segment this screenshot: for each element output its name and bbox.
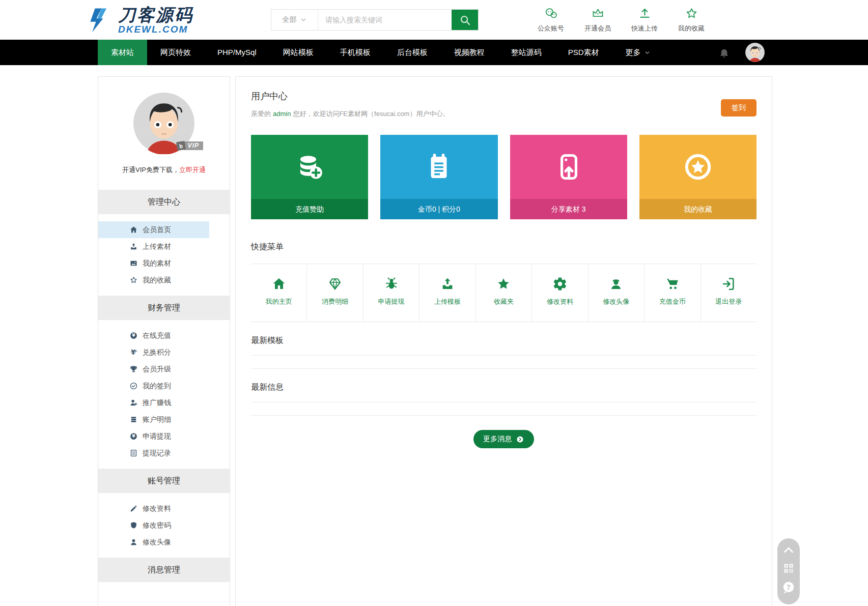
diamond-icon	[327, 276, 343, 292]
cart-icon	[665, 276, 680, 292]
empty-list-row	[251, 402, 757, 415]
quick-my-homepage[interactable]: 我的主页	[251, 264, 306, 322]
upload-icon	[440, 276, 455, 292]
avatar-edit-icon	[608, 276, 624, 292]
qr-code-icon	[782, 562, 795, 574]
sidebar-item-my-materials[interactable]: 我的素材	[98, 255, 209, 272]
quick-change-avatar[interactable]: 修改头像	[588, 264, 644, 322]
chevron-up-icon	[782, 543, 795, 557]
quick-menu-title: 快捷菜单	[251, 242, 757, 252]
nav-item-more[interactable]: 更多	[612, 40, 664, 65]
sidebar-item-change-password[interactable]: 修改密码	[98, 517, 209, 534]
sidebar-item-withdraw-request[interactable]: 申请提现	[98, 428, 209, 445]
sidebar-list: 在线充值 兑换积分 会员升级 我的签到 推广赚钱 账户明细 申请提现	[98, 320, 230, 469]
quick-edit-profile[interactable]: 修改资料	[531, 264, 587, 322]
wechat-icon	[544, 7, 558, 20]
quick-upload-template[interactable]: 上传模板	[419, 264, 475, 322]
gear-icon	[552, 276, 568, 292]
content-area: b VIP 开通VIP免费下载，立即开通 管理中心 会员首页 上传素材 我的素材	[98, 76, 772, 606]
nav-item-psd-materials[interactable]: PSD素材	[555, 40, 612, 65]
tile-label: 金币0 | 积分0	[418, 205, 460, 213]
document-icon	[129, 449, 138, 457]
search-box: 全部	[271, 9, 479, 31]
header-link-label: 快速上传	[631, 24, 658, 33]
sidebar-item-account-details[interactable]: 账户明细	[98, 411, 209, 428]
sidebar-item-member-upgrade[interactable]: 会员升级	[98, 361, 209, 378]
logo-mark-icon	[86, 6, 114, 34]
vip-promo-text: 开通VIP免费下载，立即开通	[122, 165, 206, 175]
yen-circle-icon	[129, 331, 138, 340]
header-link-quick-upload[interactable]: 快速上传	[629, 7, 660, 33]
qr-code-button[interactable]	[781, 562, 796, 574]
quick-recharge-coins[interactable]: 充值金币	[644, 264, 700, 322]
help-button[interactable]	[781, 580, 796, 595]
checkin-button[interactable]: 签到	[721, 99, 757, 117]
nav-item-php-mysql[interactable]: PHP/MySql	[204, 40, 270, 65]
sidebar-section-management: 管理中心	[98, 190, 230, 214]
nav-item-web-effects[interactable]: 网页特效	[147, 40, 204, 65]
share-icon	[553, 151, 584, 183]
tile-recharge-sponsor[interactable]: 充值赞助	[251, 135, 368, 219]
tile-shared-materials[interactable]: 分享素材 3	[510, 135, 627, 219]
search-input[interactable]	[318, 10, 452, 30]
nav-item-video-tutorials[interactable]: 视频教程	[441, 40, 498, 65]
tile-my-favorites[interactable]: 我的收藏	[639, 135, 757, 219]
sidebar-item-change-avatar[interactable]: 修改头像	[98, 534, 209, 551]
shield-icon	[129, 521, 138, 530]
nav-item-full-site-source[interactable]: 整站源码	[498, 40, 555, 65]
logo-domain: DKEWL.COM	[118, 24, 193, 34]
user-avatar[interactable]: b VIP	[133, 92, 195, 154]
latest-templates-title: 最新模板	[251, 335, 757, 346]
sidebar-item-withdraw-records[interactable]: 提现记录	[98, 445, 209, 461]
latest-templates-section: 最新模板	[251, 335, 757, 369]
stack-icon	[129, 415, 138, 424]
chevron-down-icon	[644, 49, 651, 56]
quick-spending-details[interactable]: 消费明细	[306, 264, 362, 322]
vip-open-link[interactable]: 立即开通	[179, 166, 206, 174]
site-logo[interactable]: 刀客源码 DKEWL.COM	[86, 6, 193, 34]
check-circle-icon	[129, 382, 138, 390]
trophy-icon	[129, 365, 138, 373]
sidebar-item-my-checkin[interactable]: 我的签到	[98, 378, 209, 394]
sidebar-item-upload-material[interactable]: 上传素材	[98, 238, 209, 255]
sidebar-item-edit-profile[interactable]: 修改资料	[98, 500, 209, 517]
tile-label: 充值赞助	[295, 205, 324, 213]
nav-item-material-site[interactable]: 素材站	[98, 40, 147, 65]
sidebar-item-my-favorites[interactable]: 我的收藏	[98, 272, 209, 288]
divider	[251, 415, 757, 416]
tile-coins-points[interactable]: 金币0 | 积分0	[380, 135, 497, 219]
sidebar-section-messages: 消息管理	[98, 558, 230, 582]
sidebar-item-member-home[interactable]: 会员首页	[98, 221, 209, 238]
pencil-icon	[129, 504, 138, 513]
header-link-my-favorites[interactable]: 我的收藏	[676, 7, 707, 33]
search-button[interactable]	[452, 10, 478, 30]
upload-icon	[129, 242, 138, 251]
back-to-top-button[interactable]	[781, 543, 796, 557]
header-link-public-account[interactable]: 公众账号	[535, 7, 567, 33]
sidebar-item-online-recharge[interactable]: 在线充值	[98, 327, 209, 344]
quick-logout[interactable]: 退出登录	[701, 264, 757, 322]
nav-item-backend-templates[interactable]: 后台模板	[384, 40, 441, 65]
latest-news-section: 最新信息	[251, 382, 757, 416]
more-messages-button[interactable]: 更多消息	[473, 430, 534, 448]
nav-item-mobile-templates[interactable]: 手机模板	[327, 40, 384, 65]
sidebar-item-exchange-points[interactable]: 兑换积分	[98, 344, 209, 361]
empty-list-row	[251, 356, 757, 368]
logo-title: 刀客源码	[118, 6, 193, 23]
floating-widget	[777, 538, 800, 604]
notification-bell-icon[interactable]	[718, 47, 730, 59]
tile-label: 分享素材 3	[551, 205, 586, 213]
yen-exchange-icon	[129, 348, 138, 357]
chevron-down-icon	[300, 16, 307, 23]
nav-right	[718, 40, 765, 65]
search-category-select[interactable]: 全部	[271, 10, 318, 30]
sidebar-item-referral-earn[interactable]: 推广赚钱	[98, 394, 209, 411]
nav-user-avatar[interactable]	[745, 43, 765, 62]
nav-item-website-templates[interactable]: 网站模板	[270, 40, 327, 65]
search-icon	[459, 14, 471, 26]
quick-favorites[interactable]: 收藏夹	[475, 264, 531, 322]
header-link-open-vip[interactable]: 开通会员	[582, 7, 613, 33]
withdraw-icon	[384, 276, 399, 292]
quick-withdraw-request[interactable]: 申请提现	[363, 264, 419, 322]
vip-badge[interactable]: b VIP	[177, 141, 203, 150]
